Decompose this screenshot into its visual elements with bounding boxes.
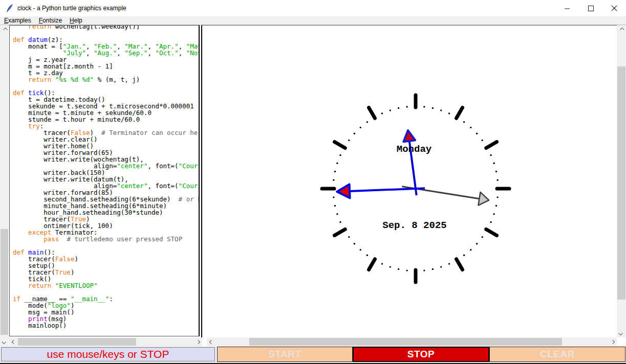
scroll-right-button[interactable]	[193, 337, 202, 346]
clock-hour-mark	[335, 142, 346, 148]
canvas-vscroll-thumb[interactable]	[617, 66, 625, 300]
clock-minute-dot	[334, 171, 336, 172]
turtle-canvas: Monday Sep. 8 2025	[201, 25, 617, 337]
code-line: mainloop()	[13, 322, 200, 329]
clock-minute-dot	[495, 205, 497, 207]
code-line: return "%s %d %d" % (m, t, j)	[13, 76, 200, 83]
stop-button[interactable]: STOP	[353, 347, 489, 362]
clock-weekday-label: Monday	[397, 144, 432, 155]
clock-minute-dot	[354, 133, 355, 134]
menu-item-examples[interactable]: Examples	[4, 17, 31, 24]
clock-minute-dot	[390, 266, 391, 267]
clock-minute-dot	[493, 163, 494, 164]
clock-minute-dot	[482, 140, 483, 141]
clock-minute-dot	[336, 163, 338, 164]
code-line: pass # turtledemo user pressed STOP	[13, 236, 200, 242]
start-button[interactable]: START	[217, 347, 353, 362]
clock-minute-dot	[360, 127, 361, 128]
scroll-left-button[interactable]	[207, 337, 215, 346]
chevron-up-icon	[3, 27, 7, 31]
clock-minute-dot	[432, 107, 434, 109]
minute-hand	[350, 188, 425, 191]
second-hand-tip	[478, 192, 489, 206]
clock-minute-dot	[463, 121, 465, 123]
minimize-button[interactable]	[555, 0, 579, 16]
code-line: return wochentag[t.weekday()]	[13, 25, 200, 30]
clock-minute-dot	[381, 112, 383, 114]
clock-minute-dot	[390, 109, 391, 111]
clock-minute-dot	[495, 171, 497, 172]
menu-item-fontsize[interactable]: Fontsize	[39, 17, 62, 24]
clock-minute-dot	[470, 127, 471, 128]
chevron-right-icon	[196, 339, 200, 344]
editor-hscroll-thumb[interactable]	[18, 338, 136, 346]
clock-minute-dot	[339, 221, 341, 223]
clock-minute-dot	[354, 243, 355, 244]
clock-minute-dot	[334, 205, 336, 207]
hour-hand-tip	[403, 130, 415, 142]
canvas-hscroll-thumb[interactable]	[249, 338, 562, 346]
scroll-right-button[interactable]	[608, 337, 617, 346]
clock-minute-dot	[366, 255, 368, 256]
scroll-left-button[interactable]	[9, 337, 18, 346]
clock-minute-dot	[381, 263, 383, 264]
scroll-up-button[interactable]	[617, 25, 625, 34]
clock-hour-mark	[486, 142, 497, 148]
clock-minute-dot	[470, 249, 471, 251]
clock-minute-dot	[333, 196, 334, 198]
clock-minute-dot	[336, 213, 338, 215]
menu-item-help[interactable]: Help	[70, 17, 82, 24]
clock-minute-dot	[463, 255, 465, 256]
clear-button[interactable]: CLEAR	[489, 347, 625, 362]
clock-minute-dot	[423, 269, 425, 271]
maximize-icon	[588, 6, 594, 11]
clock-minute-dot	[497, 196, 498, 198]
canvas-vscrollbar[interactable]	[617, 25, 626, 337]
clock-minute-dot	[448, 263, 450, 264]
clock-minute-dot	[348, 236, 350, 238]
clock-minute-dot	[482, 236, 483, 238]
clock-hour-mark	[369, 259, 375, 270]
clock-drawing: Monday Sep. 8 2025	[202, 26, 617, 337]
clock-hour-mark	[457, 108, 463, 119]
chevron-left-icon	[11, 339, 15, 344]
clock-minute-dot	[432, 268, 434, 270]
chevron-up-icon	[620, 27, 624, 31]
canvas-hscrollbar[interactable]	[207, 337, 617, 346]
editor-hscrollbar[interactable]	[9, 337, 202, 346]
clock-minute-dot	[406, 106, 407, 107]
scroll-down-button[interactable]	[0, 337, 9, 346]
clock-minute-dot	[448, 112, 450, 114]
editor-vscroll-thumb[interactable]	[1, 229, 8, 335]
clock-minute-dot	[490, 154, 491, 156]
close-icon	[612, 6, 617, 11]
code-text: return wochentag[t.weekday()] def datum(…	[13, 25, 200, 329]
titlebar: clock - a Python turtle graphics example	[0, 0, 626, 16]
clock-minute-dot	[493, 213, 494, 215]
close-button[interactable]	[602, 0, 626, 16]
clock-minute-dot	[440, 109, 442, 111]
clock-minute-dot	[398, 268, 399, 270]
clock-hour-mark	[335, 230, 346, 236]
menubar: ExamplesFontsizeHelp	[0, 16, 626, 25]
clock-minute-dot	[360, 249, 361, 251]
chevron-down-icon	[2, 339, 6, 344]
scroll-up-button[interactable]	[0, 25, 9, 34]
code-editor[interactable]: return wochentag[t.weekday()] def datum(…	[9, 25, 200, 336]
chevron-left-icon	[209, 339, 213, 344]
scroll-down-button[interactable]	[617, 329, 625, 337]
clock-minute-dot	[497, 179, 498, 180]
clock-minute-dot	[398, 107, 399, 109]
chevron-down-icon	[618, 331, 622, 335]
chevron-right-icon	[610, 339, 614, 344]
maximize-button[interactable]	[579, 0, 602, 16]
clock-minute-dot	[348, 140, 350, 141]
editor-vscrollbar[interactable]	[0, 25, 9, 346]
clock-minute-dot	[339, 154, 341, 156]
minute-hand-tip	[337, 184, 350, 198]
clock-minute-dot	[366, 121, 368, 123]
clock-minute-dot	[476, 133, 478, 134]
status-message: use mouse/keys or STOP	[1, 347, 215, 361]
clock-minute-dot	[476, 243, 478, 244]
main-area: return wochentag[t.weekday()] def datum(…	[0, 25, 626, 346]
